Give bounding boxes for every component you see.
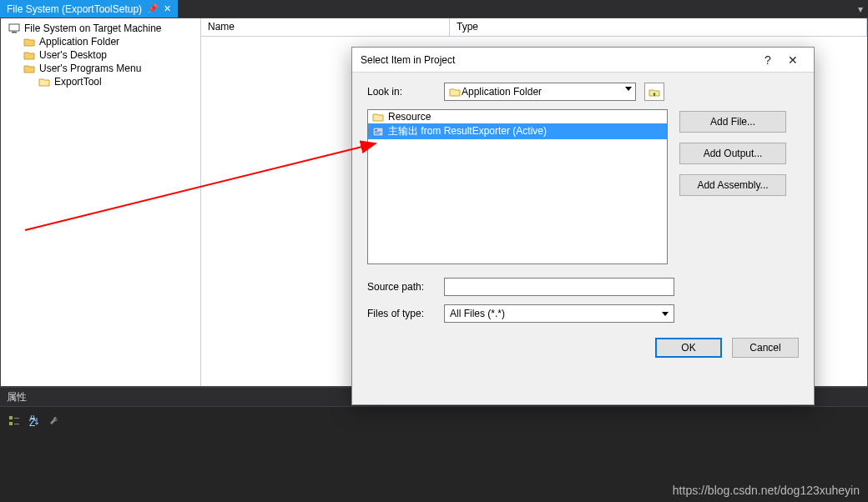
svg-rect-1 — [12, 32, 17, 33]
list-item-label: 主输出 from ResultExporter (Active) — [388, 124, 547, 138]
tree-item-label: Application Folder — [39, 36, 119, 48]
list-item-label: Resource — [388, 111, 431, 123]
folder-icon — [23, 36, 36, 48]
up-folder-button[interactable] — [644, 83, 664, 101]
folder-open-icon — [448, 86, 462, 98]
tree-view[interactable]: File System on Target Machine Applicatio… — [1, 18, 201, 386]
pin-icon[interactable]: 📌 — [147, 3, 159, 14]
dialog-title: Select Item in Project — [361, 54, 755, 66]
ok-button[interactable]: OK — [655, 338, 722, 358]
svg-rect-12 — [375, 133, 380, 134]
machine-icon — [8, 23, 21, 34]
tree-item-label: ExportTool — [54, 76, 102, 88]
properties-label: 属性 — [7, 390, 27, 404]
tab-bar: File System (ExportToolSetup) 📌 ✕ ▾ — [0, 0, 868, 18]
column-name-label: Name — [208, 21, 235, 33]
folder-up-icon — [648, 87, 660, 97]
lookin-combo[interactable]: Application Folder — [444, 83, 636, 101]
chevron-down-icon — [625, 87, 632, 91]
categorized-icon[interactable] — [7, 414, 22, 429]
cancel-button[interactable]: Cancel — [732, 338, 799, 358]
sourcepath-label: Source path: — [367, 281, 436, 293]
add-output-button[interactable]: Add Output... — [679, 143, 786, 164]
folder-open-icon — [38, 76, 51, 88]
filesoftype-value: All Files (*.*) — [450, 308, 505, 319]
tree-item-app-folder[interactable]: Application Folder — [1, 35, 200, 48]
add-assembly-button[interactable]: Add Assembly... — [679, 174, 786, 196]
lookin-value: Application Folder — [462, 86, 542, 98]
properties-toolbar: AZ — [0, 407, 868, 435]
close-button[interactable]: ✕ — [780, 53, 805, 67]
select-item-dialog: Select Item in Project ? ✕ Look in: Appl… — [351, 47, 815, 405]
tree-root-label: File System on Target Machine — [24, 23, 162, 34]
output-icon — [371, 126, 385, 138]
tab-filesystem[interactable]: File System (ExportToolSetup) 📌 ✕ — [0, 0, 178, 18]
svg-rect-5 — [14, 424, 19, 424]
filesoftype-combo[interactable]: All Files (*.*) — [444, 304, 674, 323]
folder-icon — [23, 49, 36, 61]
add-file-button[interactable]: Add File... — [679, 111, 786, 133]
tree-item-programs-menu[interactable]: User's Programs Menu — [1, 62, 200, 75]
svg-rect-0 — [9, 24, 19, 31]
chevron-down-icon — [662, 312, 669, 316]
wrench-icon[interactable] — [47, 414, 62, 429]
close-icon[interactable]: ✕ — [164, 3, 171, 14]
sourcepath-input[interactable] — [444, 278, 674, 296]
svg-rect-2 — [9, 416, 13, 419]
filesoftype-label: Files of type: — [367, 308, 436, 319]
dialog-titlebar: Select Item in Project ? ✕ — [352, 48, 814, 73]
tree-item-label: User's Desktop — [39, 49, 107, 61]
svg-rect-3 — [9, 422, 13, 425]
list-item-resource[interactable]: Resource — [368, 110, 667, 123]
tab-title: File System (ExportToolSetup) — [7, 3, 142, 15]
column-type-label: Type — [457, 21, 478, 33]
svg-rect-10 — [375, 129, 377, 131]
list-item-primary-output[interactable]: 主输出 from ResultExporter (Active) — [368, 123, 667, 139]
svg-text:Z: Z — [29, 417, 35, 427]
svg-rect-4 — [14, 418, 19, 419]
tree-item-exporttool[interactable]: ExportTool — [1, 75, 200, 88]
tree-root[interactable]: File System on Target Machine — [1, 22, 200, 35]
help-button[interactable]: ? — [755, 53, 780, 67]
watermark: https://blog.csdn.net/dog123xuheyin — [673, 484, 860, 497]
tab-overflow-icon[interactable]: ▾ — [853, 0, 868, 18]
svg-rect-11 — [375, 132, 381, 133]
tree-item-desktop[interactable]: User's Desktop — [1, 48, 200, 62]
lookin-label: Look in: — [367, 86, 436, 98]
column-name[interactable]: Name — [201, 18, 450, 36]
properties-panel: AZ https://blog.csdn.net/dog123xuheyin — [0, 407, 868, 502]
folder-icon — [23, 63, 36, 74]
tree-item-label: User's Programs Menu — [39, 63, 141, 74]
folder-icon — [371, 111, 385, 123]
list-header: Name Type — [201, 18, 867, 37]
file-list[interactable]: Resource 主输出 from ResultExporter (Active… — [367, 109, 668, 264]
column-type[interactable]: Type — [450, 18, 867, 36]
alphabetical-icon[interactable]: AZ — [27, 414, 42, 429]
